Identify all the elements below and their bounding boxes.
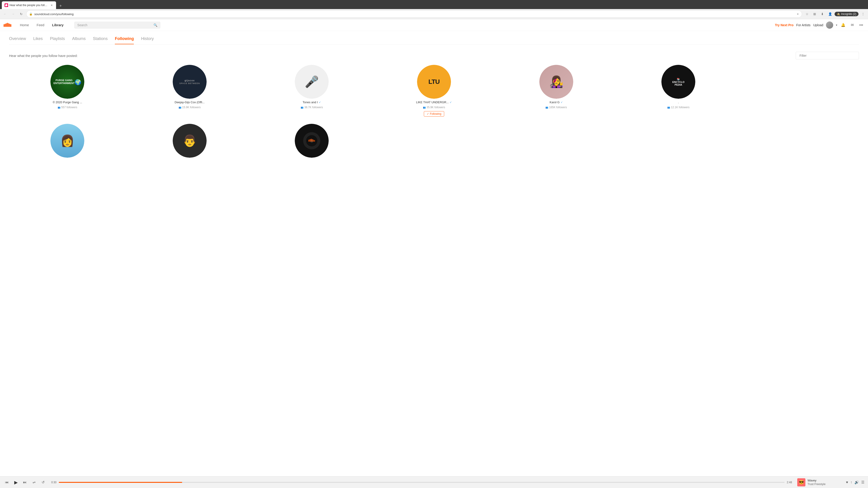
followers-icon-tones: 👥 xyxy=(301,106,303,109)
svg-rect-5 xyxy=(9,24,10,27)
upload-button[interactable]: Upload xyxy=(813,23,823,27)
header-right: Try Next Pro For Artists Upload ▾ 🔔 ✉ ••… xyxy=(775,22,864,29)
soundcloud-logo[interactable] xyxy=(4,21,13,30)
svg-rect-16 xyxy=(314,140,315,142)
reload-button[interactable]: ↻ xyxy=(18,11,24,17)
notifications-bell-icon[interactable]: 🔔 xyxy=(840,22,846,28)
tones-verified-badge: ✓ xyxy=(319,101,321,104)
svg-rect-6 xyxy=(10,24,11,27)
svg-rect-14 xyxy=(312,139,313,142)
tab-overview[interactable]: Overview xyxy=(9,36,26,44)
artist-card-row2-1[interactable]: 👩 xyxy=(9,124,126,158)
active-tab[interactable]: Hear what the people you follo... ✕ xyxy=(2,1,56,9)
avatar-dropdown-icon[interactable]: ▾ xyxy=(836,24,837,27)
karol-verified-badge: ✓ xyxy=(561,101,563,104)
search-bar[interactable]: 🔍 xyxy=(74,22,160,29)
svg-rect-1 xyxy=(5,24,6,27)
filter-input[interactable] xyxy=(796,52,859,59)
artist-card-purge-gang[interactable]: PURGE GANGENTERTAINMENT 🌍 © 2020 Purge G… xyxy=(9,65,126,117)
row2-avatar-3 xyxy=(295,124,329,158)
nav-home[interactable]: Home xyxy=(16,21,33,29)
bookmark-icon[interactable]: ☆ xyxy=(804,11,810,17)
menu-button[interactable]: ⋮ xyxy=(860,11,866,17)
lock-icon: 🔒 xyxy=(29,12,33,15)
artist-name-ltu: LIKE THAT UNDERGR... ✓ xyxy=(416,101,452,104)
followers-icon-ltu: 👥 xyxy=(423,106,426,109)
tab-bar: Hear what the people you follo... ✕ + xyxy=(2,1,866,9)
incognito-icon: 🕵 xyxy=(837,12,840,15)
artist-avatar-row2-2: 👨 xyxy=(173,124,207,158)
artist-card-encyclopedia[interactable]: 📚ENCYCLOPEDIA . 👥 12.1K followers xyxy=(620,65,737,117)
nav-library[interactable]: Library xyxy=(49,21,67,29)
soundcloud-header: Home Feed Library 🔍 Try Next Pro For Art… xyxy=(0,19,868,31)
try-next-pro-button[interactable]: Try Next Pro xyxy=(775,23,794,27)
artist-card-ltu[interactable]: LTU LIKE THAT UNDERGR... ✓ 👥 35.9K follo… xyxy=(376,65,493,117)
tab-close-button[interactable]: ✕ xyxy=(50,3,53,7)
download-icon[interactable]: ⬇ xyxy=(819,11,826,17)
user-avatar[interactable] xyxy=(826,22,833,29)
tab-stations[interactable]: Stations xyxy=(93,36,107,44)
followers-icon-gijs: 👥 xyxy=(179,106,181,109)
artist-followers-purge-gang: 👥 557 followers xyxy=(58,106,77,109)
following-check-icon: ✓ xyxy=(427,112,429,116)
artist-followers-tones: 👥 38.7K followers xyxy=(301,106,323,109)
more-options-icon[interactable]: ••• xyxy=(858,22,864,28)
for-artists-link[interactable]: For Artists xyxy=(796,23,811,27)
artist-avatar-row2-1: 👩 xyxy=(51,124,84,158)
tab-following[interactable]: Following xyxy=(115,36,134,44)
row2-avatar-1: 👩 xyxy=(51,124,84,158)
deejay-gijs-avatar-img: gijscoxSPACE BETWEEN xyxy=(173,65,207,99)
address-bar[interactable]: 🔒 soundcloud.com/you/following ★ xyxy=(26,10,802,18)
soundcloud-favicon xyxy=(5,4,7,6)
karol-g-avatar-img: 👩‍🎤 xyxy=(539,65,573,99)
search-input[interactable] xyxy=(77,23,152,27)
new-tab-button[interactable]: + xyxy=(57,3,64,9)
tones-avatar-img: 🎤 xyxy=(295,65,329,99)
forward-button[interactable]: → xyxy=(10,11,16,17)
artist-avatar-tones-and-i: 🎤 xyxy=(295,65,329,99)
artist-card-karol-g[interactable]: 👩‍🎤 Karol G ✓ 👥 165K followers xyxy=(498,65,615,117)
soundcloud-logo-svg xyxy=(4,22,13,28)
artist-avatar-karol-g: 👩‍🎤 xyxy=(539,65,573,99)
artist-name-encyclopedia: . xyxy=(678,101,679,104)
section-header: Hear what the people you follow have pos… xyxy=(9,52,859,59)
tab-title: Hear what the people you follo... xyxy=(9,4,49,7)
artist-avatar-deejay-gijs: gijscoxSPACE BETWEEN xyxy=(173,65,207,99)
tab-albums[interactable]: Albums xyxy=(72,36,86,44)
tab-favicon xyxy=(4,3,8,7)
section-subtitle: Hear what the people you follow have pos… xyxy=(9,54,78,58)
artist-name-deejay-gijs: Deejay-Gijs Cox (Offi... xyxy=(175,101,205,104)
star-icon: ★ xyxy=(797,12,799,15)
artist-card-deejay-gijs[interactable]: gijscoxSPACE BETWEEN Deejay-Gijs Cox (Of… xyxy=(131,65,248,117)
artist-name-karol-g: Karol G ✓ xyxy=(550,101,563,104)
artist-followers-karol-g: 👥 165K followers xyxy=(546,106,567,109)
artist-followers-encyclopedia: 👥 12.1K followers xyxy=(667,106,689,109)
artists-grid: PURGE GANGENTERTAINMENT 🌍 © 2020 Purge G… xyxy=(9,65,859,117)
artist-name-tones: Tones and I ✓ xyxy=(303,101,321,104)
artist-card-tones-and-i[interactable]: 🎤 Tones and I ✓ 👥 38.7K followers xyxy=(253,65,370,117)
artist-avatar-row2-3 xyxy=(295,124,329,158)
artist-avatar-purge-gang: PURGE GANGENTERTAINMENT 🌍 xyxy=(51,65,84,99)
tab-playlists[interactable]: Playlists xyxy=(50,36,65,44)
svg-rect-12 xyxy=(310,139,310,142)
artist-followers-ltu: 👥 35.9K followers xyxy=(423,106,445,109)
url-text: soundcloud.com/you/following xyxy=(34,12,795,16)
row2-avatar-2: 👨 xyxy=(173,124,207,158)
tab-likes[interactable]: Likes xyxy=(33,36,43,44)
encyclopedia-avatar-img: 📚ENCYCLOPEDIA xyxy=(661,65,695,99)
following-button-ltu[interactable]: ✓ Following xyxy=(424,111,444,117)
artist-card-row2-3[interactable] xyxy=(253,124,370,158)
svg-rect-0 xyxy=(4,24,4,27)
incognito-badge[interactable]: 🕵 Incognito (2) xyxy=(835,12,859,16)
nav-feed[interactable]: Feed xyxy=(33,21,48,29)
svg-rect-3 xyxy=(7,23,8,27)
back-button[interactable]: ← xyxy=(2,11,8,17)
ltu-avatar-img: LTU xyxy=(417,65,451,99)
profile-icon[interactable]: 👤 xyxy=(827,11,833,17)
artist-card-row2-2[interactable]: 👨 xyxy=(131,124,248,158)
extensions-icon[interactable]: ⊞ xyxy=(811,11,818,17)
artists-grid-row2: 👩 👨 xyxy=(9,124,859,158)
purge-gang-avatar-img: PURGE GANGENTERTAINMENT 🌍 xyxy=(51,65,84,99)
messages-icon[interactable]: ✉ xyxy=(849,22,855,28)
tab-history[interactable]: History xyxy=(141,36,154,44)
